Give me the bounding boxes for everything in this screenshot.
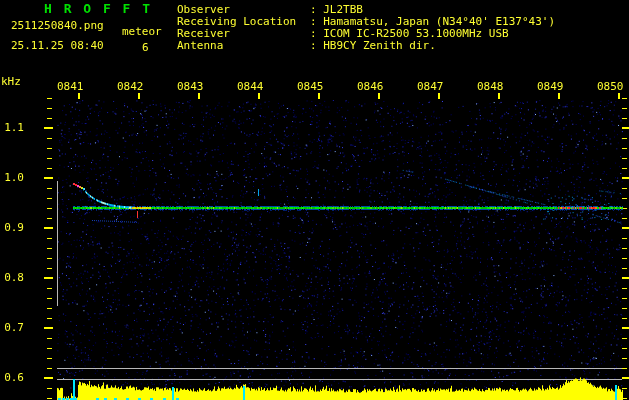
- freq-label-1_0: 1.0: [2, 172, 24, 184]
- info-label-antenna: Antenna: [177, 40, 310, 52]
- freq-label-0_6: 0.6: [2, 372, 24, 384]
- freq-axis-unit: kHz: [1, 76, 21, 88]
- spectrogram-canvas: [0, 0, 629, 400]
- app-title: H R O F F T: [44, 3, 152, 15]
- meteor-count: 6: [142, 42, 149, 54]
- freq-label-0_9: 0.9: [2, 222, 24, 234]
- observation-mode: meteor: [122, 26, 162, 38]
- observation-datetime: 25.11.25 08:40: [11, 40, 104, 52]
- time-label-0849: 0849: [537, 81, 564, 93]
- hrofft-screen: H R O F F T 2511250840.png meteor 25.11.…: [0, 0, 629, 400]
- station-info: Observer: JL2TBB Receiving Location: Ham…: [177, 4, 555, 52]
- output-filename: 2511250840.png: [11, 20, 104, 32]
- time-label-0850: 0850: [597, 81, 624, 93]
- freq-label-0_8: 0.8: [2, 272, 24, 284]
- freq-label-0_7: 0.7: [2, 322, 24, 334]
- time-label-0848: 0848: [477, 81, 504, 93]
- time-label-0841: 0841: [57, 81, 84, 93]
- time-label-0846: 0846: [357, 81, 384, 93]
- time-label-0844: 0844: [237, 81, 264, 93]
- time-label-0842: 0842: [117, 81, 144, 93]
- info-value-antenna: : HB9CY Zenith dir.: [310, 39, 436, 52]
- time-label-0843: 0843: [177, 81, 204, 93]
- freq-label-1_1: 1.1: [2, 122, 24, 134]
- time-label-0847: 0847: [417, 81, 444, 93]
- info-row-antenna: Antenna: HB9CY Zenith dir.: [177, 40, 555, 52]
- time-label-0845: 0845: [297, 81, 324, 93]
